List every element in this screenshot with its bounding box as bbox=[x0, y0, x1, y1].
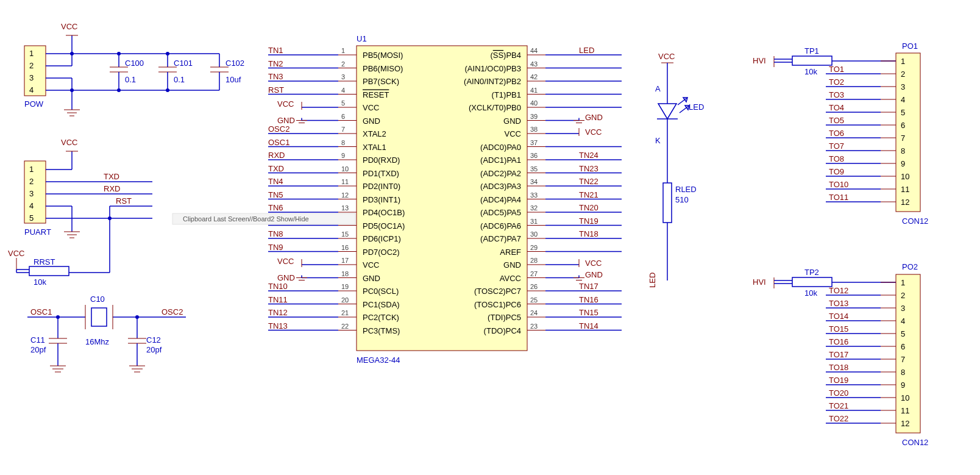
svg-text:5: 5 bbox=[901, 108, 905, 117]
svg-text:2: 2 bbox=[341, 60, 345, 68]
svg-text:VCC: VCC bbox=[585, 259, 602, 268]
svg-text:PC1(SDA): PC1(SDA) bbox=[363, 300, 400, 309]
svg-text:1: 1 bbox=[901, 278, 905, 287]
svg-point-326 bbox=[135, 315, 139, 319]
svg-text:TO10: TO10 bbox=[829, 180, 848, 189]
svg-text:20pf: 20pf bbox=[30, 345, 46, 354]
cap-c101: C101 0.1 bbox=[158, 52, 193, 92]
svg-text:OSC1: OSC1 bbox=[30, 307, 52, 316]
svg-text:TO9: TO9 bbox=[829, 167, 844, 176]
svg-text:LED: LED bbox=[648, 273, 657, 288]
svg-text:10: 10 bbox=[341, 165, 349, 173]
svg-text:12: 12 bbox=[341, 191, 349, 199]
svg-text:TO1: TO1 bbox=[829, 65, 844, 74]
svg-text:29: 29 bbox=[530, 244, 538, 251]
svg-text:CON12: CON12 bbox=[902, 216, 928, 226]
svg-text:GND: GND bbox=[363, 274, 380, 283]
svg-text:Clipboard Last Screen//Board2 : Clipboard Last Screen//Board2 Show/Hide bbox=[183, 215, 309, 223]
svg-text:2: 2 bbox=[29, 177, 34, 186]
svg-text:TXD: TXD bbox=[268, 164, 284, 173]
svg-text:3: 3 bbox=[29, 189, 34, 198]
svg-text:CON12: CON12 bbox=[902, 438, 928, 447]
led-block: VCC A LED K RLED 510 LED bbox=[648, 52, 704, 288]
svg-text:TN22: TN22 bbox=[579, 177, 598, 186]
svg-text:PB5(MOSI): PB5(MOSI) bbox=[363, 51, 403, 60]
svg-text:TO6: TO6 bbox=[829, 129, 844, 138]
svg-text:35: 35 bbox=[530, 165, 538, 173]
svg-text:TN10: TN10 bbox=[268, 282, 288, 291]
svg-text:HVI: HVI bbox=[753, 277, 766, 287]
svg-point-248 bbox=[70, 88, 74, 92]
svg-text:TN5: TN5 bbox=[268, 190, 283, 199]
svg-text:30: 30 bbox=[530, 230, 538, 238]
svg-text:TN18: TN18 bbox=[579, 229, 598, 238]
svg-text:C12: C12 bbox=[146, 335, 161, 345]
svg-text:TN13: TN13 bbox=[268, 321, 288, 330]
svg-text:1: 1 bbox=[29, 49, 34, 58]
svg-text:32: 32 bbox=[530, 204, 538, 212]
svg-rect-299 bbox=[29, 266, 69, 276]
svg-text:TO18: TO18 bbox=[829, 363, 848, 372]
svg-text:38: 38 bbox=[530, 126, 538, 133]
svg-text:C11: C11 bbox=[30, 335, 45, 345]
svg-text:15: 15 bbox=[341, 230, 349, 238]
svg-text:TO14: TO14 bbox=[829, 312, 848, 321]
svg-text:TN12: TN12 bbox=[268, 308, 288, 317]
svg-text:3: 3 bbox=[341, 73, 345, 80]
svg-text:10: 10 bbox=[901, 172, 909, 181]
svg-text:GND: GND bbox=[585, 113, 603, 122]
svg-text:5: 5 bbox=[901, 329, 905, 338]
svg-point-254 bbox=[117, 88, 121, 92]
svg-text:TN20: TN20 bbox=[579, 203, 598, 212]
svg-text:36: 36 bbox=[530, 152, 538, 159]
svg-text:10: 10 bbox=[901, 393, 909, 402]
svg-text:20pf: 20pf bbox=[146, 345, 162, 354]
rrst-block: VCC RRST 10k bbox=[8, 249, 110, 287]
svg-text:6: 6 bbox=[901, 342, 905, 351]
svg-text:TN8: TN8 bbox=[268, 229, 283, 238]
svg-text:RXD: RXD bbox=[268, 151, 285, 160]
cap-c12: C12 20pf bbox=[128, 315, 162, 372]
cap-c11: C11 20pf bbox=[30, 315, 67, 372]
svg-point-316 bbox=[56, 315, 60, 319]
svg-text:VCC: VCC bbox=[363, 103, 379, 112]
svg-text:PD5(OC1A): PD5(OC1A) bbox=[363, 221, 405, 230]
svg-text:PO1: PO1 bbox=[902, 41, 918, 51]
svg-text:13: 13 bbox=[341, 204, 349, 212]
svg-text:TO3: TO3 bbox=[829, 90, 844, 99]
svg-text:(TOSC2)PC7: (TOSC2)PC7 bbox=[474, 287, 521, 296]
svg-text:10k: 10k bbox=[804, 288, 817, 298]
svg-text:7: 7 bbox=[901, 134, 905, 143]
svg-text:TN9: TN9 bbox=[268, 243, 283, 252]
svg-text:GND: GND bbox=[363, 116, 380, 126]
svg-text:LED: LED bbox=[579, 46, 594, 55]
svg-text:TO20: TO20 bbox=[829, 388, 848, 398]
schematic-canvas: U1 MEGA32-44 1PB5(MOSI)TN12PB6(MISO)TN23… bbox=[0, 0, 980, 475]
svg-text:C102: C102 bbox=[225, 59, 244, 68]
svg-text:HVI: HVI bbox=[753, 56, 766, 65]
svg-text:RRST: RRST bbox=[34, 257, 55, 266]
svg-text:PB6(MISO): PB6(MISO) bbox=[363, 64, 403, 73]
svg-text:TN16: TN16 bbox=[579, 295, 598, 304]
svg-text:TN17: TN17 bbox=[579, 282, 598, 291]
svg-text:31: 31 bbox=[530, 218, 538, 225]
svg-text:TP2: TP2 bbox=[804, 268, 819, 277]
svg-text:4: 4 bbox=[901, 316, 905, 326]
svg-text:PD6(ICP1): PD6(ICP1) bbox=[363, 234, 401, 243]
svg-text:(XCLK/T0)PB0: (XCLK/T0)PB0 bbox=[469, 103, 521, 112]
svg-text:(ADC1)PA1: (ADC1)PA1 bbox=[480, 155, 521, 165]
svg-text:10k: 10k bbox=[34, 277, 46, 287]
svg-rect-308 bbox=[91, 308, 107, 326]
puart-block: VCC 1 2 3 4 5 PUART TXD RXD RST bbox=[24, 138, 152, 273]
svg-text:(TDI)PC5: (TDI)PC5 bbox=[488, 313, 521, 322]
svg-text:OSC1: OSC1 bbox=[268, 138, 289, 147]
svg-text:TO22: TO22 bbox=[829, 414, 848, 423]
svg-text:GND: GND bbox=[503, 260, 521, 270]
svg-text:20: 20 bbox=[341, 296, 349, 304]
svg-text:5: 5 bbox=[341, 99, 345, 107]
svg-text:GND: GND bbox=[503, 116, 521, 126]
svg-text:(AIN0/INT2)PB2: (AIN0/INT2)PB2 bbox=[464, 77, 521, 86]
svg-text:PC2(TCK): PC2(TCK) bbox=[363, 313, 399, 322]
svg-text:9: 9 bbox=[901, 380, 905, 390]
svg-text:VCC: VCC bbox=[363, 260, 379, 270]
